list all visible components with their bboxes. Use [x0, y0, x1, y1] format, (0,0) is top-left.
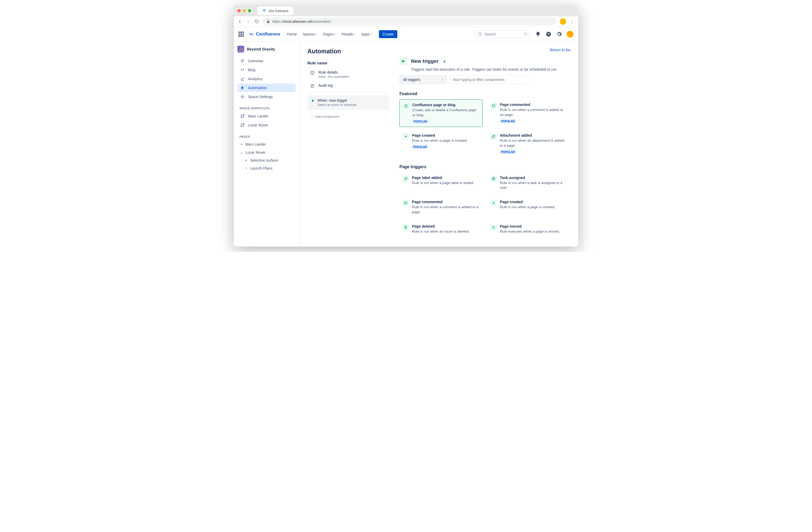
reload-icon[interactable] [254, 19, 259, 24]
minimize-icon[interactable] [243, 9, 246, 12]
svg-point-20 [406, 178, 407, 178]
chevron-down-icon: ▾ [442, 78, 443, 81]
rule-details-row[interactable]: Rule details Actor: Jira automation [307, 68, 389, 81]
plus-icon [403, 133, 409, 139]
sidebar-item-analytics[interactable]: Analytics [237, 75, 295, 83]
popular-badge: POPULAR [500, 119, 516, 123]
rule-name-label: Rule name [307, 61, 389, 65]
chevron-down-icon: ▾ [316, 33, 317, 35]
shortcuts-heading: SPACE SHORTCUTS [240, 107, 295, 110]
filter-input[interactable] [449, 75, 528, 84]
app-switcher-icon[interactable] [238, 31, 244, 37]
space-avatar [237, 46, 244, 53]
confluence-logo[interactable]: Confluence [248, 31, 280, 37]
sidebar-item-space-settings[interactable]: Space Settings [237, 92, 295, 101]
svg-point-22 [493, 178, 494, 179]
log-icon [310, 84, 315, 88]
trigger-title: New trigger [411, 58, 439, 64]
nav-pages[interactable]: Pages▾ [321, 30, 338, 38]
trigger-confluence-page-or-blog[interactable]: Confluence page or blogCreate, edit or d… [400, 99, 482, 127]
browser-chrome: Jira Software [234, 5, 578, 16]
page-triggers-heading: Page triggers [400, 164, 570, 169]
forward-icon[interactable] [246, 19, 251, 24]
sidebar-item-blog[interactable]: Blog [237, 66, 295, 74]
trigger-page-label-added[interactable]: Page label addedRule is run when a page … [400, 173, 482, 194]
trigger-description: Triggers start the execution of a rule. … [411, 67, 570, 72]
plus-icon [490, 200, 497, 206]
nav-items: Home Spaces▾ Pages▾ People▾ Apps▾ [285, 30, 374, 38]
pages-heading: PAGES [240, 135, 295, 138]
svg-line-1 [481, 35, 482, 36]
clip-icon [490, 133, 497, 139]
create-button[interactable]: Create [379, 30, 397, 38]
page-title: Automation [307, 48, 389, 55]
delete-trigger-icon[interactable] [442, 59, 447, 63]
close-icon[interactable] [237, 9, 241, 12]
svg-point-0 [479, 33, 481, 35]
address-bar[interactable]: https://cloud.atlassian.net/automation [263, 18, 556, 25]
play-icon [311, 99, 315, 103]
search-icon [478, 32, 482, 36]
trigger-page-deleted[interactable]: Page deletedRule is run when an issue is… [400, 221, 482, 237]
svg-text:?: ? [548, 32, 550, 36]
page-mars-lander[interactable]: •Mars Lander [237, 141, 295, 148]
trigger-page-moved[interactable]: Page movedRule executes when a page is m… [487, 221, 570, 237]
trigger-picker-column: Return to list New trigger Triggers star… [400, 48, 570, 240]
sidebar-item-automation[interactable]: Automation [237, 84, 295, 92]
trigger-page-created[interactable]: Page createdRule is run when a page is c… [487, 197, 570, 218]
page-selective-surface[interactable]: •Selective surface [237, 157, 295, 164]
sidebar-item-overview[interactable]: Overview [237, 57, 295, 65]
page-launch-plans[interactable]: ›Launch Plans [237, 164, 295, 172]
nav-spaces[interactable]: Spaces▾ [301, 30, 319, 38]
settings-icon[interactable] [556, 31, 562, 37]
search-input[interactable]: Search / [475, 30, 531, 38]
trigger-task-assigned[interactable]: Task assignedRule is run when a task is … [487, 173, 570, 194]
when-trigger-card[interactable]: When: new trigger Select an event or sch… [307, 95, 389, 110]
nav-apps[interactable]: Apps▾ [359, 30, 374, 38]
slash-hint: / [524, 32, 527, 36]
comment-icon [403, 200, 409, 206]
trigger-attachment-added[interactable]: Attachment addedRule is run when an atta… [487, 130, 570, 157]
featured-heading: Featured [400, 91, 570, 96]
return-to-list-link[interactable]: Return to list [550, 48, 570, 52]
maximize-icon[interactable] [248, 9, 251, 12]
rule-builder-column: Automation Rule name Rule details Actor:… [307, 48, 389, 240]
audit-log-row[interactable]: Audit log [307, 81, 389, 91]
tag-icon [403, 176, 409, 182]
jira-icon [262, 9, 266, 13]
browser-tab[interactable]: Jira Software [258, 6, 293, 15]
chevron-down-icon: ▾ [354, 33, 356, 35]
svg-point-11 [312, 72, 313, 72]
chevron-down-icon: ▾ [371, 33, 372, 35]
svg-point-8 [242, 96, 243, 98]
url-bar: https://cloud.atlassian.net/automation ⋮ [234, 16, 578, 27]
profile-avatar[interactable] [560, 18, 566, 25]
nav-home[interactable]: Home [285, 30, 299, 38]
trigger-page-commented[interactable]: Page commentedRule is run when a comment… [400, 197, 482, 218]
swap-icon [490, 224, 497, 231]
user-avatar[interactable] [567, 31, 574, 38]
popular-badge: POPULAR [412, 119, 429, 123]
popular-badge: POPULAR [500, 150, 516, 154]
popular-badge: POPULAR [412, 145, 428, 149]
user-icon [490, 176, 497, 182]
add-component[interactable]: Add component [307, 110, 389, 119]
help-icon[interactable]: ? [546, 31, 551, 37]
shortcut-mars-lander[interactable]: Mars Lander [237, 112, 295, 120]
browser-menu-icon[interactable]: ⋮ [570, 19, 575, 25]
trigger-page-created[interactable]: Page createdRule is run when a page is c… [400, 130, 482, 157]
page-lunar-rover[interactable]: ⌄Lunar Rover [237, 148, 295, 157]
url-text: https://cloud.atlassian.net/automation [272, 19, 331, 24]
app-topnav: Confluence Home Spaces▾ Pages▾ People▾ A… [234, 27, 578, 42]
trigger-page-commented[interactable]: Page commentedRule is run when a comment… [487, 99, 570, 127]
nav-people[interactable]: People▾ [339, 30, 358, 38]
shortcut-lunar-rover[interactable]: Lunar Rover [237, 121, 295, 129]
trigger-type-select[interactable]: All triggers ▾ [400, 75, 447, 84]
notifications-icon[interactable] [535, 31, 541, 37]
space-title: Beyond Gravity [247, 47, 275, 51]
window-controls[interactable] [237, 9, 251, 12]
comment-icon [490, 103, 497, 109]
back-icon[interactable] [237, 19, 242, 24]
tab-title: Jira Software [269, 9, 288, 13]
space-header[interactable]: Beyond Gravity [237, 46, 295, 53]
